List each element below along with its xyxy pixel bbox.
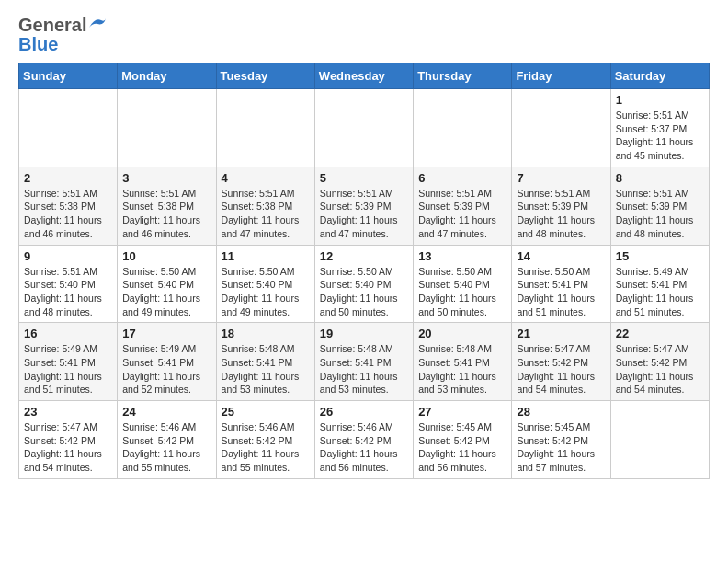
logo-blue-text: Blue [18, 34, 58, 54]
day-number: 18 [222, 327, 310, 340]
calendar-cell: 25Sunrise: 5:46 AM Sunset: 5:42 PM Dayli… [216, 401, 314, 479]
day-info: Sunrise: 5:46 AM Sunset: 5:42 PM Dayligh… [222, 420, 310, 475]
day-info: Sunrise: 5:50 AM Sunset: 5:40 PM Dayligh… [418, 265, 506, 319]
page: General Blue SundayMondayTuesdayWednesda… [0, 0, 728, 494]
calendar-cell [19, 89, 118, 167]
calendar-cell: 19Sunrise: 5:48 AM Sunset: 5:41 PM Dayli… [314, 323, 413, 401]
day-number: 20 [418, 327, 506, 340]
day-info: Sunrise: 5:50 AM Sunset: 5:40 PM Dayligh… [222, 265, 310, 319]
day-info: Sunrise: 5:51 AM Sunset: 5:39 PM Dayligh… [517, 187, 605, 241]
day-number: 28 [517, 405, 605, 419]
day-number: 3 [122, 171, 210, 185]
day-number: 2 [24, 171, 112, 185]
day-number: 25 [222, 405, 310, 419]
calendar-cell: 9Sunrise: 5:51 AM Sunset: 5:40 PM Daylig… [19, 245, 118, 323]
header: General Blue [18, 15, 710, 55]
weekday-header-tuesday: Tuesday [216, 63, 314, 89]
logo-bird-icon [88, 17, 107, 31]
calendar-cell: 11Sunrise: 5:50 AM Sunset: 5:40 PM Dayli… [216, 245, 314, 323]
calendar-cell: 18Sunrise: 5:48 AM Sunset: 5:41 PM Dayli… [216, 323, 314, 401]
weekday-header-wednesday: Wednesday [314, 63, 413, 89]
day-info: Sunrise: 5:51 AM Sunset: 5:39 PM Dayligh… [616, 187, 704, 241]
day-number: 21 [517, 327, 605, 340]
day-info: Sunrise: 5:47 AM Sunset: 5:42 PM Dayligh… [24, 420, 112, 475]
calendar-cell: 1Sunrise: 5:51 AM Sunset: 5:37 PM Daylig… [610, 89, 709, 167]
calendar-week-4: 16Sunrise: 5:49 AM Sunset: 5:41 PM Dayli… [19, 323, 710, 401]
day-info: Sunrise: 5:51 AM Sunset: 5:39 PM Dayligh… [418, 187, 506, 241]
calendar-cell: 2Sunrise: 5:51 AM Sunset: 5:38 PM Daylig… [19, 167, 118, 245]
logo-general-text: General [18, 15, 86, 36]
calendar-cell: 20Sunrise: 5:48 AM Sunset: 5:41 PM Dayli… [414, 323, 512, 401]
calendar-cell [610, 401, 709, 479]
day-info: Sunrise: 5:51 AM Sunset: 5:38 PM Dayligh… [24, 187, 112, 241]
day-info: Sunrise: 5:48 AM Sunset: 5:41 PM Dayligh… [320, 342, 408, 396]
calendar-cell: 22Sunrise: 5:47 AM Sunset: 5:42 PM Dayli… [610, 323, 709, 401]
calendar-cell: 26Sunrise: 5:46 AM Sunset: 5:42 PM Dayli… [314, 401, 413, 479]
calendar-cell [216, 89, 314, 167]
weekday-header-monday: Monday [118, 63, 216, 89]
day-info: Sunrise: 5:45 AM Sunset: 5:42 PM Dayligh… [517, 420, 605, 475]
day-info: Sunrise: 5:50 AM Sunset: 5:40 PM Dayligh… [320, 265, 408, 319]
calendar-week-5: 23Sunrise: 5:47 AM Sunset: 5:42 PM Dayli… [19, 401, 710, 479]
day-number: 4 [222, 171, 310, 185]
calendar-cell: 8Sunrise: 5:51 AM Sunset: 5:39 PM Daylig… [610, 167, 709, 245]
calendar-cell: 21Sunrise: 5:47 AM Sunset: 5:42 PM Dayli… [512, 323, 610, 401]
calendar-cell: 12Sunrise: 5:50 AM Sunset: 5:40 PM Dayli… [314, 245, 413, 323]
day-info: Sunrise: 5:46 AM Sunset: 5:42 PM Dayligh… [122, 420, 210, 475]
calendar-cell: 13Sunrise: 5:50 AM Sunset: 5:40 PM Dayli… [414, 245, 512, 323]
calendar-cell [414, 89, 512, 167]
calendar-cell: 10Sunrise: 5:50 AM Sunset: 5:40 PM Dayli… [118, 245, 216, 323]
calendar-cell: 27Sunrise: 5:45 AM Sunset: 5:42 PM Dayli… [414, 401, 512, 479]
day-number: 6 [418, 171, 506, 185]
day-number: 17 [122, 327, 210, 340]
day-info: Sunrise: 5:47 AM Sunset: 5:42 PM Dayligh… [616, 342, 704, 396]
calendar-cell [512, 89, 610, 167]
day-info: Sunrise: 5:47 AM Sunset: 5:42 PM Dayligh… [517, 342, 605, 396]
calendar-cell: 5Sunrise: 5:51 AM Sunset: 5:39 PM Daylig… [314, 167, 413, 245]
day-info: Sunrise: 5:49 AM Sunset: 5:41 PM Dayligh… [24, 342, 112, 396]
calendar-table: SundayMondayTuesdayWednesdayThursdayFrid… [18, 63, 710, 479]
calendar-cell: 15Sunrise: 5:49 AM Sunset: 5:41 PM Dayli… [610, 245, 709, 323]
day-info: Sunrise: 5:48 AM Sunset: 5:41 PM Dayligh… [418, 342, 506, 396]
calendar-cell: 6Sunrise: 5:51 AM Sunset: 5:39 PM Daylig… [414, 167, 512, 245]
day-number: 13 [418, 249, 506, 263]
weekday-header-friday: Friday [512, 63, 610, 89]
calendar-cell [314, 89, 413, 167]
day-number: 12 [320, 249, 408, 263]
day-info: Sunrise: 5:51 AM Sunset: 5:40 PM Dayligh… [24, 265, 112, 319]
day-number: 10 [122, 249, 210, 263]
logo-container: General [18, 15, 107, 36]
day-info: Sunrise: 5:51 AM Sunset: 5:39 PM Dayligh… [320, 187, 408, 241]
calendar-cell: 3Sunrise: 5:51 AM Sunset: 5:38 PM Daylig… [118, 167, 216, 245]
logo: General Blue [18, 15, 107, 55]
day-number: 22 [616, 327, 704, 340]
calendar-cell: 16Sunrise: 5:49 AM Sunset: 5:41 PM Dayli… [19, 323, 118, 401]
day-number: 9 [24, 249, 112, 263]
calendar-cell: 24Sunrise: 5:46 AM Sunset: 5:42 PM Dayli… [118, 401, 216, 479]
day-number: 7 [517, 171, 605, 185]
weekday-header-row: SundayMondayTuesdayWednesdayThursdayFrid… [19, 63, 710, 89]
day-number: 5 [320, 171, 408, 185]
day-number: 26 [320, 405, 408, 419]
day-info: Sunrise: 5:45 AM Sunset: 5:42 PM Dayligh… [418, 420, 506, 475]
calendar-cell: 17Sunrise: 5:49 AM Sunset: 5:41 PM Dayli… [118, 323, 216, 401]
calendar-cell: 14Sunrise: 5:50 AM Sunset: 5:41 PM Dayli… [512, 245, 610, 323]
calendar-cell: 4Sunrise: 5:51 AM Sunset: 5:38 PM Daylig… [216, 167, 314, 245]
day-number: 24 [122, 405, 210, 419]
day-info: Sunrise: 5:49 AM Sunset: 5:41 PM Dayligh… [122, 342, 210, 396]
calendar-week-2: 2Sunrise: 5:51 AM Sunset: 5:38 PM Daylig… [19, 167, 710, 245]
calendar-cell: 23Sunrise: 5:47 AM Sunset: 5:42 PM Dayli… [19, 401, 118, 479]
day-info: Sunrise: 5:50 AM Sunset: 5:41 PM Dayligh… [517, 265, 605, 319]
calendar-cell: 28Sunrise: 5:45 AM Sunset: 5:42 PM Dayli… [512, 401, 610, 479]
calendar-week-3: 9Sunrise: 5:51 AM Sunset: 5:40 PM Daylig… [19, 245, 710, 323]
day-number: 19 [320, 327, 408, 340]
day-number: 23 [24, 405, 112, 419]
day-info: Sunrise: 5:46 AM Sunset: 5:42 PM Dayligh… [320, 420, 408, 475]
day-info: Sunrise: 5:51 AM Sunset: 5:37 PM Dayligh… [616, 109, 704, 163]
calendar-week-1: 1Sunrise: 5:51 AM Sunset: 5:37 PM Daylig… [19, 89, 710, 167]
calendar-cell: 7Sunrise: 5:51 AM Sunset: 5:39 PM Daylig… [512, 167, 610, 245]
day-info: Sunrise: 5:48 AM Sunset: 5:41 PM Dayligh… [222, 342, 310, 396]
weekday-header-thursday: Thursday [414, 63, 512, 89]
weekday-header-sunday: Sunday [19, 63, 118, 89]
day-info: Sunrise: 5:49 AM Sunset: 5:41 PM Dayligh… [616, 265, 704, 319]
